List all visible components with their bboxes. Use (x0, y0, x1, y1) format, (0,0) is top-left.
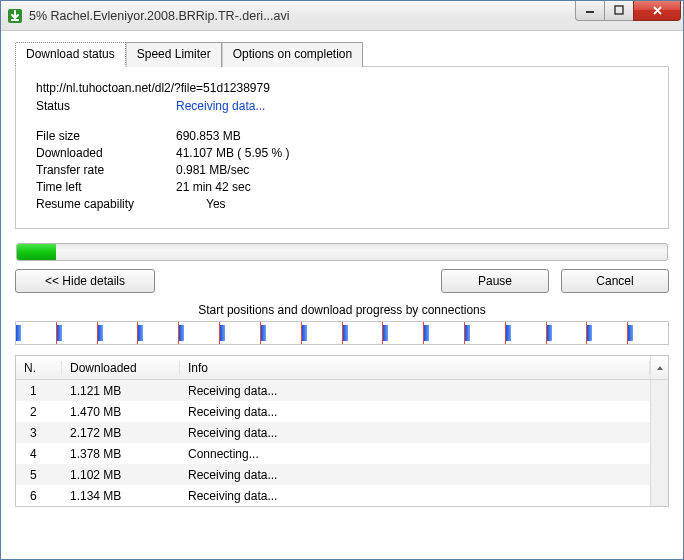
timeleft-value: 21 min 42 sec (176, 180, 251, 194)
filesize-value: 690.853 MB (176, 129, 241, 143)
cell-info: Receiving data... (180, 426, 650, 440)
timeleft-label: Time left (36, 180, 176, 194)
segment (57, 322, 98, 344)
segment (138, 322, 179, 344)
cell-info: Receiving data... (180, 405, 650, 419)
segment (98, 322, 139, 344)
segment (220, 322, 261, 344)
tab-bar: Download status Speed Limiter Options on… (15, 42, 669, 67)
progress-fill (17, 244, 56, 260)
segments-bar (15, 321, 669, 345)
segment (628, 322, 668, 344)
minimize-button[interactable] (575, 1, 605, 21)
segment (179, 322, 220, 344)
segment (16, 322, 57, 344)
col-downloaded[interactable]: Downloaded (62, 361, 180, 375)
hide-details-button[interactable]: << Hide details (15, 269, 155, 293)
vertical-scrollbar[interactable] (650, 380, 668, 506)
cell-downloaded: 1.121 MB (62, 384, 180, 398)
table-row[interactable]: 61.134 MBReceiving data... (16, 485, 650, 506)
segment (547, 322, 588, 344)
segment (465, 322, 506, 344)
download-url: http://nl.tuhoctoan.net/dl2/?file=51d123… (36, 81, 648, 95)
segment (424, 322, 465, 344)
svg-rect-1 (11, 19, 19, 21)
segments-label: Start positions and download progress by… (15, 303, 669, 317)
cell-downloaded: 1.378 MB (62, 447, 180, 461)
svg-rect-2 (586, 11, 594, 13)
cell-n: 1 (16, 384, 62, 398)
cancel-button[interactable]: Cancel (561, 269, 669, 293)
tab-speed-limiter[interactable]: Speed Limiter (126, 42, 222, 67)
cell-n: 4 (16, 447, 62, 461)
cell-n: 3 (16, 426, 62, 440)
transferrate-label: Transfer rate (36, 163, 176, 177)
cell-downloaded: 1.470 MB (62, 405, 180, 419)
resume-label: Resume capability (36, 197, 176, 211)
connections-table: N. Downloaded Info 11.121 MBReceiving da… (15, 355, 669, 507)
downloaded-value: 41.107 MB ( 5.95 % ) (176, 146, 289, 160)
maximize-button[interactable] (604, 1, 634, 21)
col-n[interactable]: N. (16, 361, 62, 375)
app-icon (7, 8, 23, 24)
cell-info: Receiving data... (180, 489, 650, 503)
segment (587, 322, 628, 344)
close-button[interactable] (633, 1, 681, 21)
table-row[interactable]: 21.470 MBReceiving data... (16, 401, 650, 422)
tab-download-status[interactable]: Download status (15, 42, 126, 67)
info-panel: http://nl.tuhoctoan.net/dl2/?file=51d123… (15, 66, 669, 229)
scroll-up-icon[interactable] (650, 356, 668, 379)
segment (343, 322, 384, 344)
status-value: Receiving data... (176, 99, 265, 113)
cell-downloaded: 1.134 MB (62, 489, 180, 503)
segment (383, 322, 424, 344)
segment (261, 322, 302, 344)
filesize-label: File size (36, 129, 176, 143)
transferrate-value: 0.981 MB/sec (176, 163, 249, 177)
segment (302, 322, 343, 344)
window-title: 5% Rachel.Evleniyor.2008.BRRip.TR-.deri.… (29, 9, 576, 23)
cell-downloaded: 1.102 MB (62, 468, 180, 482)
downloaded-label: Downloaded (36, 146, 176, 160)
status-label: Status (36, 99, 176, 113)
pause-button[interactable]: Pause (441, 269, 549, 293)
cell-n: 2 (16, 405, 62, 419)
table-row[interactable]: 41.378 MBConnecting... (16, 443, 650, 464)
table-row[interactable]: 11.121 MBReceiving data... (16, 380, 650, 401)
progress-bar (16, 243, 668, 261)
cell-downloaded: 2.172 MB (62, 426, 180, 440)
cell-n: 5 (16, 468, 62, 482)
cell-info: Receiving data... (180, 468, 650, 482)
table-row[interactable]: 51.102 MBReceiving data... (16, 464, 650, 485)
tab-options-on-completion[interactable]: Options on completion (222, 42, 363, 67)
cell-n: 6 (16, 489, 62, 503)
cell-info: Connecting... (180, 447, 650, 461)
svg-rect-3 (615, 6, 623, 14)
segment (506, 322, 547, 344)
table-row[interactable]: 32.172 MBReceiving data... (16, 422, 650, 443)
titlebar[interactable]: 5% Rachel.Evleniyor.2008.BRRip.TR-.deri.… (1, 1, 683, 31)
resume-value: Yes (176, 197, 226, 211)
cell-info: Receiving data... (180, 384, 650, 398)
col-info[interactable]: Info (180, 361, 650, 375)
